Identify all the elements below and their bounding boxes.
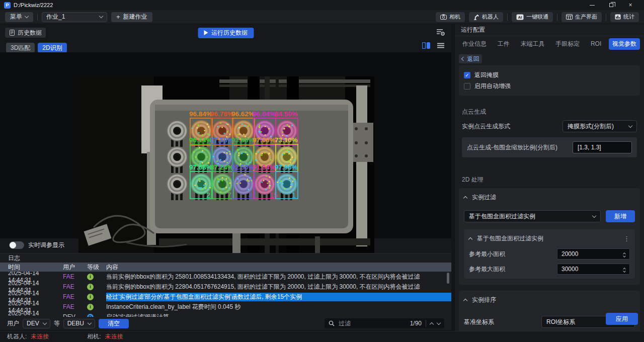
image-viewer[interactable]: 96.84%96.78%96.62%96.04%84.50%96.14%87.5… <box>0 52 451 238</box>
min-area-value: 20000 <box>561 250 578 258</box>
prev-match-button[interactable] <box>430 322 434 326</box>
user-filter-label: 用户 <box>7 319 19 328</box>
return-mask-row[interactable]: ✓ 返回掩膜 <box>464 69 635 80</box>
pc-scale-input[interactable]: [1.3, 1.3] <box>573 141 632 153</box>
add-filter-button[interactable]: 新增 <box>606 210 635 222</box>
compare-view-icon[interactable] <box>422 42 430 49</box>
chevron-down-icon <box>628 123 632 127</box>
log-row[interactable]: 2025-04-14 14:44:31FAEi当前实例的bbox的面积为 228… <box>0 282 451 292</box>
log-content: 经过'实例过滤'部分的'基于包围盒面积过滤实例'函数过滤后, 剩余15个实例 <box>106 293 451 301</box>
production-button[interactable]: 生产界面 <box>561 12 602 22</box>
instance-filter-header[interactable]: 实例过滤 <box>464 192 635 202</box>
chevron-down-icon <box>88 320 92 324</box>
log-row[interactable]: 2025-04-14 14:44:31FAEi经过'实例过滤'部分的'基于包围盒… <box>0 292 451 302</box>
stats-button[interactable]: 统计 <box>610 12 639 22</box>
tab-workpiece[interactable]: 工件 <box>494 38 513 50</box>
auto-enhance-label: 启用自动增强 <box>474 82 511 91</box>
user-filter-select[interactable]: DEV <box>23 319 50 328</box>
apply-button[interactable]: 应用 <box>606 313 638 325</box>
robot-button[interactable]: 机器人 <box>469 12 503 22</box>
live-tuning-toggle[interactable] <box>9 241 24 249</box>
ai-link-button[interactable]: AI 一键联通 <box>512 12 553 22</box>
log-row[interactable]: 2025-04-14 14:44:31FAEi当前实例的bbox的面积为 258… <box>0 272 451 282</box>
log-level: i <box>87 274 106 280</box>
pc-mode-row: 实例点云生成形式 掩膜形式(分割后) <box>455 118 644 134</box>
log-row[interactable]: 2025-04-14 14:44:31FAEiInstanceCriteria.… <box>0 302 451 312</box>
collapse-icon <box>463 298 467 302</box>
min-area-input[interactable]: 20000 <box>557 248 630 260</box>
close-button[interactable]: × <box>621 0 640 10</box>
user-filter-value: DEV <box>27 320 39 327</box>
max-area-input[interactable]: 30000 <box>557 264 630 275</box>
log-content: InstanceCriteria.clean_by_label 花费时间 0.0… <box>106 303 451 311</box>
run-config-title: 运行配置 <box>455 24 644 36</box>
detection-score-label: 96.84% <box>189 110 212 118</box>
camera-status-value: 未连接 <box>105 332 123 341</box>
clear-log-label: 清空 <box>108 319 120 328</box>
back-button[interactable]: 返回 <box>459 54 482 63</box>
spinner-arrows[interactable] <box>623 251 625 257</box>
detection-instance-number: 4 <box>249 191 253 199</box>
new-job-button[interactable]: + 新建作业 <box>111 12 152 22</box>
detection-score-label: 96.62% <box>231 110 255 118</box>
detection-score-label: 96.04% <box>253 110 276 118</box>
bbox-area-filter-header[interactable]: 基于包围盒面积过滤实例 ⋮ <box>469 233 630 243</box>
filter-fn-value: 基于包围盒面积过滤实例 <box>469 212 535 221</box>
filter-fn-select[interactable]: 基于包围盒面积过滤实例 <box>464 210 601 222</box>
clear-log-button[interactable]: 清空 <box>99 319 129 328</box>
tab-roi[interactable]: ROI <box>587 39 605 49</box>
detection-score-label: 97.68% <box>189 163 212 171</box>
window-title: D:/Pickwiz/2222 <box>14 2 53 8</box>
instance-sort-header[interactable]: 实例排序 <box>464 295 635 305</box>
detection-score-label: 96.14% <box>189 136 212 144</box>
pc-mode-select[interactable]: 掩膜形式(分割后) <box>562 120 637 132</box>
camera-label: 相机 <box>449 13 460 21</box>
tab-3d-match[interactable]: 3D匹配 <box>6 43 35 53</box>
auto-enhance-row[interactable]: 启用自动增强 <box>464 80 635 92</box>
minimize-button[interactable] <box>583 0 602 10</box>
next-match-button[interactable] <box>437 321 441 325</box>
log-rows[interactable]: 2025-04-14 14:44:31FAEi当前实例的bbox的面积为 258… <box>0 272 451 317</box>
level-filter-select[interactable]: DEBU <box>63 319 95 328</box>
menu-button[interactable]: 菜单 <box>5 12 33 22</box>
tab-2d-detect[interactable]: 2D识别 <box>38 43 66 53</box>
log-scrollbar[interactable] <box>447 273 449 316</box>
min-area-label: 参考最小面积 <box>469 250 505 259</box>
apply-label: 应用 <box>616 315 628 323</box>
log-time: 2025-04-14 14:44:31 <box>0 310 63 317</box>
detection-instance-number: 1 <box>292 191 296 199</box>
list-settings-icon[interactable] <box>436 29 445 36</box>
tab-job-info[interactable]: 作业信息 <box>459 38 490 50</box>
add-filter-label: 新增 <box>614 212 626 221</box>
max-area-value: 30000 <box>561 266 578 273</box>
run-history-button[interactable]: 运行历史数据 <box>198 28 254 38</box>
detection-instance-number: 7 <box>227 191 231 199</box>
return-mask-checkbox[interactable]: ✓ <box>464 72 470 78</box>
proc2d-section-title: 2D 处理 <box>455 170 644 186</box>
instance-filter-card: 实例过滤 基于包围盒面积过滤实例 新增 基于包围盒面积过滤实例 ⋮ 参考最小面积… <box>459 188 640 285</box>
log-scrollbar-thumb[interactable] <box>447 273 449 284</box>
spinner-arrows[interactable] <box>623 267 625 272</box>
search-icon <box>329 320 335 326</box>
tab-hand-eye-calib[interactable]: 手眼标定 <box>552 38 583 50</box>
history-data-button[interactable]: 历史数据 <box>5 28 46 38</box>
divider <box>606 14 606 21</box>
log-search-box[interactable]: 过滤 1/90 <box>325 318 444 328</box>
kebab-menu-icon[interactable]: ⋮ <box>623 235 630 242</box>
detection-score-label: 91.64% <box>253 163 276 171</box>
pc-mode-value: 掩膜形式(分割后) <box>568 122 614 131</box>
pc-scale-label: 点云生成-包围盒缩放比例(分割后) <box>467 143 557 152</box>
max-area-label: 参考最大面积 <box>469 265 505 274</box>
job-select[interactable]: 作业_1 <box>42 12 107 22</box>
restore-icon <box>609 3 613 7</box>
restore-button[interactable] <box>602 0 621 10</box>
hamburger-menu-icon[interactable] <box>437 43 444 48</box>
tab-end-tool[interactable]: 末端工具 <box>517 38 548 50</box>
camera-button[interactable]: 相机 <box>436 12 465 22</box>
detection-instance-number: 15 <box>270 191 278 199</box>
mask-options-card: ✓ 返回掩膜 启用自动增强 <box>459 65 640 96</box>
run-history-label: 运行历史数据 <box>211 29 248 37</box>
tab-vision-params[interactable]: 视觉参数 <box>609 38 640 50</box>
auto-enhance-checkbox[interactable] <box>464 83 470 90</box>
camera-image: 96.84%96.78%96.62%96.04%84.50%96.14%87.5… <box>78 76 374 262</box>
